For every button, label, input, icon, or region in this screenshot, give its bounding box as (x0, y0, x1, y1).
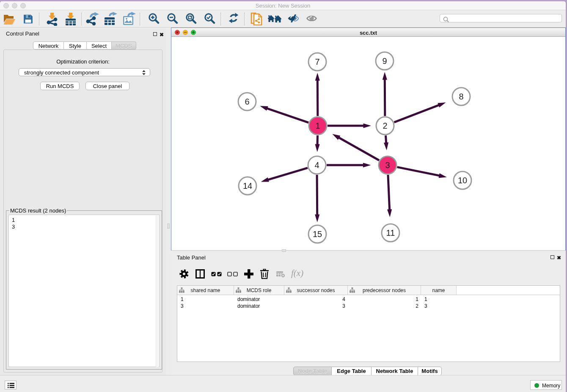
svg-text:3: 3 (385, 160, 390, 170)
svg-text:9: 9 (382, 56, 387, 66)
svg-text:1: 1 (315, 121, 320, 130)
svg-text:15: 15 (313, 229, 322, 239)
svg-text:8: 8 (459, 92, 463, 101)
svg-text:4: 4 (314, 160, 319, 170)
svg-text:2: 2 (383, 121, 387, 130)
svg-text:11: 11 (386, 228, 395, 237)
svg-text:7: 7 (315, 57, 319, 66)
svg-text:6: 6 (245, 97, 249, 106)
svg-text:14: 14 (243, 181, 252, 190)
svg-text:10: 10 (458, 176, 467, 185)
